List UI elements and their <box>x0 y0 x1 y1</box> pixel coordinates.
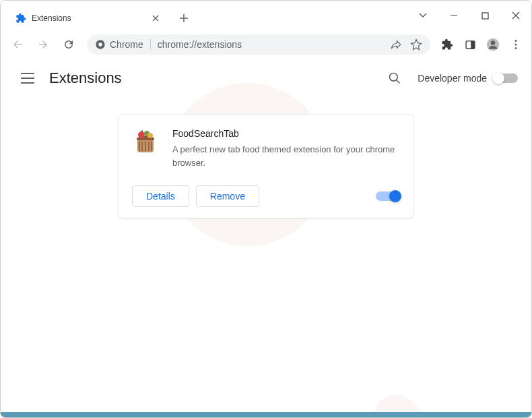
toggle-knob <box>389 190 401 202</box>
back-button[interactable] <box>6 33 29 56</box>
forward-button[interactable] <box>32 33 55 56</box>
share-icon[interactable] <box>390 38 402 51</box>
omnibox-chip-text: Chrome <box>110 39 143 50</box>
extension-enable-toggle[interactable] <box>376 191 400 201</box>
chevron-down-icon <box>419 13 427 18</box>
developer-mode-control: Developer mode <box>418 73 518 84</box>
plus-icon <box>179 13 189 23</box>
extensions-page-header: Extensions Developer mode <box>1 59 531 98</box>
svg-point-6 <box>491 40 496 45</box>
reload-icon <box>63 38 75 51</box>
bookmark-star-icon[interactable] <box>410 38 422 51</box>
minimize-icon <box>450 11 458 20</box>
dots-vertical-icon <box>510 39 521 50</box>
new-tab-button[interactable] <box>174 9 193 28</box>
page-title: Extensions <box>49 69 122 87</box>
maximize-icon <box>481 12 489 20</box>
puzzle-icon <box>441 38 453 51</box>
remove-button[interactable]: Remove <box>196 185 259 207</box>
window-maximize-button[interactable] <box>469 2 500 29</box>
search-extensions-button[interactable] <box>383 66 407 90</box>
extension-name: FoodSearchTab <box>172 128 400 139</box>
svg-point-7 <box>515 40 517 42</box>
tab-close-button[interactable] <box>150 13 161 24</box>
extension-card: FoodSearchTab A perfect new tab food the… <box>118 114 414 218</box>
close-icon <box>512 11 520 20</box>
menu-button[interactable] <box>506 34 526 55</box>
extension-app-icon <box>132 128 159 155</box>
svg-rect-4 <box>471 40 475 48</box>
panel-icon <box>465 39 476 51</box>
avatar-icon <box>486 38 500 51</box>
browser-tab[interactable]: Extensions <box>7 7 169 30</box>
omnibox-url: chrome://extensions <box>158 39 390 50</box>
bottom-accent-border <box>1 412 531 417</box>
svg-point-13 <box>147 133 153 138</box>
svg-point-11 <box>138 131 145 138</box>
toggle-knob <box>492 72 504 84</box>
arrow-left-icon <box>11 38 24 51</box>
extensions-content: FoodSearchTab A perfect new tab food the… <box>1 98 531 235</box>
extension-puzzle-icon <box>15 13 26 24</box>
svg-point-9 <box>515 47 517 49</box>
profile-button[interactable] <box>483 34 503 55</box>
details-button[interactable]: Details <box>132 185 189 207</box>
hamburger-menu-button[interactable] <box>14 65 41 92</box>
search-icon <box>388 71 401 85</box>
window-titlebar: Extensions <box>1 1 531 30</box>
hamburger-icon <box>21 73 34 84</box>
tab-title: Extensions <box>32 13 150 23</box>
svg-point-8 <box>515 44 517 46</box>
omnibox-chip: Chrome <box>95 39 151 50</box>
window-controls <box>407 2 531 29</box>
address-bar[interactable]: Chrome chrome://extensions <box>87 34 430 55</box>
arrow-right-icon <box>37 38 49 51</box>
reload-button[interactable] <box>57 33 80 56</box>
window-minimize-button[interactable] <box>438 2 469 29</box>
window-caret-button[interactable] <box>407 2 438 29</box>
side-panel-button[interactable] <box>460 34 480 55</box>
developer-mode-toggle[interactable] <box>494 73 518 83</box>
extension-description: A perfect new tab food themed extension … <box>172 143 400 169</box>
chrome-icon <box>95 39 106 50</box>
svg-point-10 <box>390 73 398 82</box>
svg-point-2 <box>98 42 102 46</box>
close-icon <box>152 15 159 22</box>
developer-mode-label: Developer mode <box>418 73 487 84</box>
browser-toolbar: Chrome chrome://extensions <box>1 30 531 59</box>
window-close-button[interactable] <box>500 2 531 29</box>
svg-rect-0 <box>482 13 488 19</box>
extensions-button[interactable] <box>437 34 457 55</box>
